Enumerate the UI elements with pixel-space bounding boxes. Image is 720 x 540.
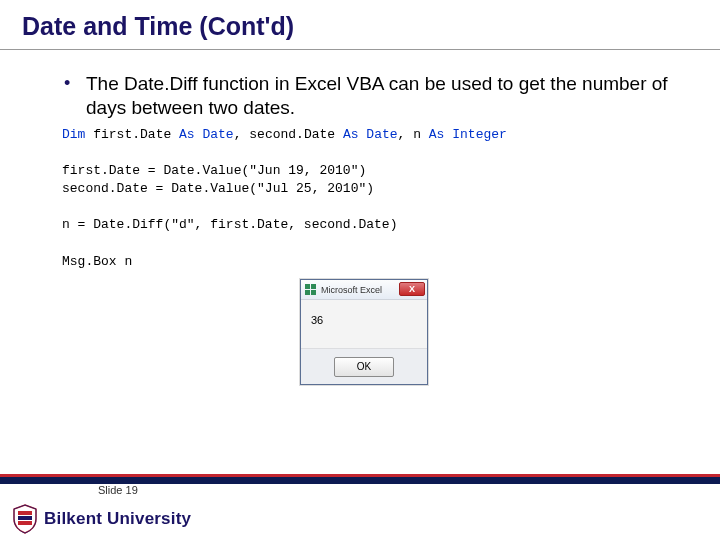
- excel-icon: [305, 284, 317, 296]
- slide-title: Date and Time (Cont'd): [0, 0, 720, 50]
- footer: Bilkent University: [0, 484, 720, 540]
- msgbox-titlebar: Microsoft Excel X: [301, 280, 427, 300]
- msgbox-button-row: OK: [301, 348, 427, 384]
- code-var3: n: [413, 127, 421, 142]
- kw-as-1: As: [179, 127, 195, 142]
- code-assign1: first.Date = Date.Value("Jun 19, 2010"): [62, 163, 366, 178]
- kw-date-2: Date: [366, 127, 397, 142]
- code-var1: first.Date: [93, 127, 171, 142]
- code-assign3: n = Date.Diff("d", first.Date, second.Da…: [62, 217, 397, 232]
- msgbox-title: Microsoft Excel: [321, 285, 382, 295]
- kw-as-2: As: [343, 127, 359, 142]
- code-assign2: second.Date = Date.Value("Jul 25, 2010"): [62, 181, 374, 196]
- content-area: The Date.Diff function in Excel VBA can …: [0, 50, 720, 385]
- kw-dim: Dim: [62, 127, 85, 142]
- university-crest-icon: [12, 504, 38, 534]
- svg-rect-1: [18, 516, 32, 520]
- svg-rect-0: [18, 511, 32, 515]
- bullet-datediff: The Date.Diff function in Excel VBA can …: [64, 72, 676, 120]
- msgbox-body: 36: [301, 300, 427, 348]
- code-var2: second.Date: [249, 127, 335, 142]
- kw-date-1: Date: [202, 127, 233, 142]
- close-icon: X: [409, 284, 415, 294]
- footer-divider: [0, 474, 720, 484]
- code-block: Dim first.Date As Date, second.Date As D…: [62, 126, 720, 272]
- kw-integer: Integer: [452, 127, 507, 142]
- excel-msgbox-dialog: Microsoft Excel X 36 OK: [300, 279, 428, 385]
- kw-as-3: As: [429, 127, 445, 142]
- svg-rect-2: [18, 521, 32, 525]
- ok-button[interactable]: OK: [334, 357, 394, 377]
- code-msgbox: Msg.Box n: [62, 254, 132, 269]
- close-button[interactable]: X: [399, 282, 425, 296]
- university-logo-block: Bilkent University: [12, 504, 191, 534]
- university-name: Bilkent University: [44, 509, 191, 529]
